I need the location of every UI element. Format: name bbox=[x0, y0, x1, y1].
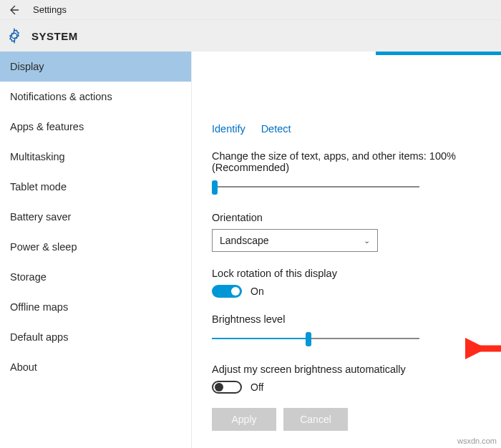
sidebar-item-label: Apps & features bbox=[10, 121, 84, 132]
sidebar-item-label: Display bbox=[10, 61, 44, 72]
sidebar-item-battery-saver[interactable]: Battery saver bbox=[0, 202, 191, 232]
sidebar-item-label: Default apps bbox=[10, 331, 68, 343]
scale-label: Change the size of text, apps, and other… bbox=[212, 150, 490, 173]
chevron-down-icon: ⌄ bbox=[364, 236, 370, 245]
sidebar-item-tablet-mode[interactable]: Tablet mode bbox=[0, 172, 191, 202]
sidebar-item-label: Offline maps bbox=[10, 301, 68, 313]
gear-icon bbox=[4, 26, 24, 46]
back-arrow-icon bbox=[8, 4, 19, 16]
sidebar-item-notifications[interactable]: Notifications & actions bbox=[0, 82, 191, 112]
progress-bar bbox=[376, 52, 501, 55]
section-header: SYSTEM bbox=[0, 20, 501, 52]
window-titlebar: Settings bbox=[0, 0, 501, 20]
sidebar-nav: Display Notifications & actions Apps & f… bbox=[0, 52, 192, 448]
lock-rotation-label: Lock rotation of this display bbox=[212, 268, 490, 279]
sidebar-item-multitasking[interactable]: Multitasking bbox=[0, 142, 191, 172]
watermark: wsxdn.com bbox=[457, 437, 497, 445]
apply-button: Apply bbox=[212, 408, 276, 431]
section-title: SYSTEM bbox=[31, 30, 78, 42]
auto-brightness-label: Adjust my screen brightness automaticall… bbox=[212, 364, 490, 375]
sidebar-item-offline-maps[interactable]: Offline maps bbox=[0, 292, 191, 322]
cancel-button: Cancel bbox=[283, 408, 348, 431]
sidebar-item-label: Power & sleep bbox=[10, 241, 77, 253]
lock-rotation-toggle[interactable] bbox=[212, 285, 242, 298]
sidebar-item-label: Battery saver bbox=[10, 211, 71, 223]
sidebar-item-label: About bbox=[10, 361, 37, 373]
annotation-arrow-icon bbox=[465, 338, 501, 359]
app-title: Settings bbox=[33, 4, 67, 15]
identify-link[interactable]: Identify bbox=[212, 123, 245, 135]
sidebar-item-default-apps[interactable]: Default apps bbox=[0, 322, 191, 352]
auto-brightness-state: Off bbox=[250, 381, 263, 393]
orientation-label: Orientation bbox=[212, 212, 490, 223]
sidebar-item-label: Notifications & actions bbox=[10, 91, 112, 102]
scale-slider[interactable] bbox=[212, 179, 419, 196]
sidebar-item-storage[interactable]: Storage bbox=[0, 262, 191, 292]
brightness-slider[interactable] bbox=[212, 331, 419, 348]
back-button[interactable] bbox=[4, 1, 23, 19]
auto-brightness-toggle[interactable] bbox=[212, 381, 242, 394]
sidebar-item-display[interactable]: Display bbox=[0, 52, 191, 82]
orientation-select[interactable]: Landscape ⌄ bbox=[212, 229, 378, 252]
sidebar-item-label: Tablet mode bbox=[10, 181, 67, 193]
detect-link[interactable]: Detect bbox=[261, 123, 291, 135]
lock-rotation-state: On bbox=[250, 286, 264, 297]
sidebar-item-about[interactable]: About bbox=[0, 352, 191, 382]
sidebar-item-label: Storage bbox=[10, 271, 47, 283]
sidebar-item-power-sleep[interactable]: Power & sleep bbox=[0, 232, 191, 262]
brightness-label: Brightness level bbox=[212, 313, 490, 325]
sidebar-item-label: Multitasking bbox=[10, 151, 65, 162]
sidebar-item-apps-features[interactable]: Apps & features bbox=[0, 112, 191, 142]
orientation-value: Landscape bbox=[220, 235, 269, 246]
content-pane: Identify Detect Change the size of text,… bbox=[192, 52, 501, 448]
